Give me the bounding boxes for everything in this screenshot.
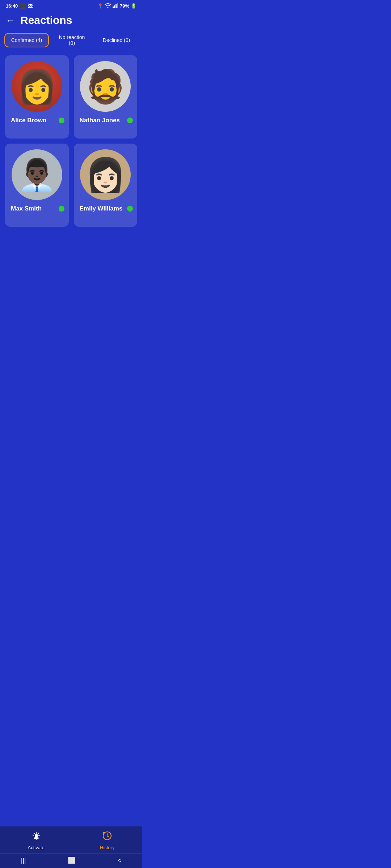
name-row-max: Max Smith [9, 205, 64, 212]
avatar-max [12, 149, 62, 200]
online-status-alice [59, 118, 64, 123]
header: ← Reactions [0, 10, 142, 31]
status-left: 16:40 ⬛ 🖼 [6, 3, 33, 9]
person-name-alice: Alice Brown [11, 117, 56, 124]
location-icon: 📍 [97, 3, 103, 9]
person-card-alice[interactable]: Alice Brown [5, 55, 69, 139]
avatar-alice [12, 61, 62, 112]
status-bar: 16:40 ⬛ 🖼 📍 79% 🔋 [0, 0, 142, 10]
name-row-emily: Emily Williams [78, 205, 133, 212]
online-status-emily [127, 206, 133, 212]
svg-rect-3 [115, 4, 117, 8]
tab-declined[interactable]: Declined (0) [95, 34, 138, 47]
svg-rect-1 [113, 7, 114, 8]
battery-icon: 🔋 [131, 3, 136, 9]
wifi-icon [105, 3, 111, 9]
person-name-max: Max Smith [11, 205, 56, 212]
svg-point-0 [107, 7, 108, 8]
notification-icon: ⬛ [20, 3, 26, 9]
battery-text: 79% [120, 3, 129, 9]
svg-rect-2 [114, 5, 115, 8]
person-card-max[interactable]: Max Smith [5, 144, 69, 227]
person-card-nathan[interactable]: Nathan Jones [74, 55, 138, 139]
tab-confirmed[interactable]: Confirmed (4) [4, 33, 49, 47]
avatar-nathan [80, 61, 131, 112]
page-title: Reactions [20, 14, 72, 26]
person-name-nathan: Nathan Jones [80, 117, 125, 124]
tab-no-reaction[interactable]: No reaction (0) [50, 31, 93, 50]
back-button[interactable]: ← [6, 15, 14, 25]
online-status-nathan [127, 118, 133, 123]
name-row-nathan: Nathan Jones [78, 117, 133, 124]
name-row-alice: Alice Brown [9, 117, 64, 124]
svg-rect-4 [117, 3, 118, 8]
people-grid: Alice Brown Nathan Jones Max Smith Emily… [0, 55, 142, 227]
person-name-emily: Emily Williams [80, 205, 125, 212]
avatar-emily [80, 149, 131, 200]
person-card-emily[interactable]: Emily Williams [74, 144, 138, 227]
gallery-icon: 🖼 [28, 3, 33, 9]
status-time: 16:40 [6, 3, 18, 9]
signal-icon [113, 3, 118, 9]
status-right: 📍 79% 🔋 [97, 3, 136, 9]
online-status-max [59, 206, 64, 212]
tabs-container: Confirmed (4) No reaction (0) Declined (… [0, 31, 142, 50]
